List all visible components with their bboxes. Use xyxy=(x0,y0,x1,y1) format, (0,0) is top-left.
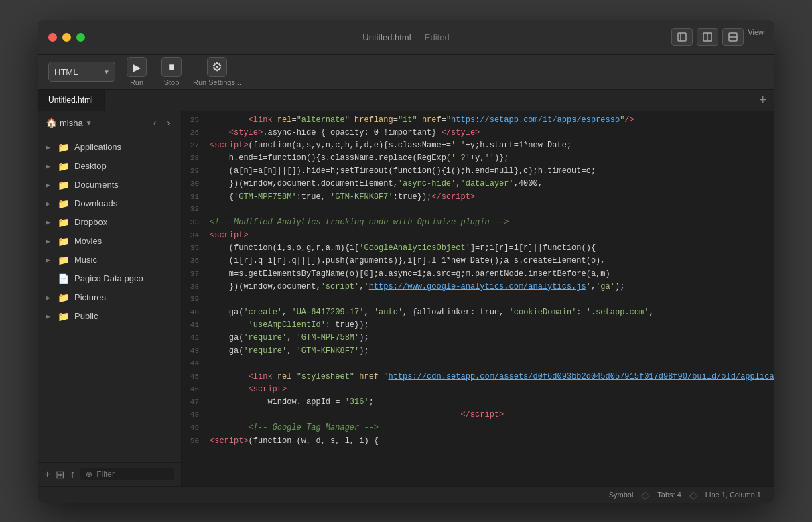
sidebar-forward-button[interactable]: › xyxy=(164,116,173,129)
code-line-32[interactable]: 32 xyxy=(182,204,774,216)
line-number: 33 xyxy=(182,217,210,229)
code-line-37[interactable]: 37 m=s.getElementsByTagName(o)[0];a.asyn… xyxy=(182,268,774,281)
view-editor-button[interactable] xyxy=(697,28,718,46)
sidebar-footer: + ⊞ ↑ ⊕ xyxy=(38,462,181,486)
folder-icon: 📁 xyxy=(57,291,69,304)
file-icon: 📄 xyxy=(57,273,69,285)
line-code[interactable]: <!-- Google Tag Manager --> xyxy=(210,421,392,434)
code-line-43[interactable]: 43 ga('require', 'GTM-KFNK8F7'); xyxy=(182,345,774,358)
filter-input[interactable] xyxy=(96,470,169,479)
line-code[interactable]: (function(i,s,o,g,r,a,m){i['GoogleAnalyt… xyxy=(210,242,609,255)
run-button[interactable]: ▶ Run xyxy=(123,57,150,86)
stop-icon: ■ xyxy=(161,57,182,77)
sidebar-item-documents[interactable]: ▶ 📁 Documents xyxy=(38,176,181,194)
folder-icon: 📁 xyxy=(57,160,69,172)
code-line-28[interactable]: 28 h.end=i=function(){s.className.replac… xyxy=(182,152,774,165)
add-folder-button[interactable]: ⊞ xyxy=(56,468,64,481)
sidebar-item-desktop[interactable]: ▶ 📁 Desktop xyxy=(38,157,181,176)
minimize-button[interactable] xyxy=(62,33,71,42)
code-line-33[interactable]: 33<!-- Modified Analytics tracking code … xyxy=(182,216,774,229)
line-number: 27 xyxy=(182,140,210,152)
line-number: 44 xyxy=(182,358,210,370)
status-tabs[interactable]: Tabs: 4 xyxy=(652,491,686,499)
line-code[interactable]: ga('require', 'GTM-KFNK8F7'); xyxy=(210,345,383,358)
code-line-30[interactable]: 30 })(window,document.documentElement,'a… xyxy=(182,178,774,190)
status-symbol[interactable]: Symbol xyxy=(604,491,639,499)
view-split-button[interactable] xyxy=(722,28,744,46)
sidebar-item-movies[interactable]: ▶ 📁 Movies xyxy=(38,232,181,251)
line-code[interactable]: (i[r].q=i[r].q||[]).push(arguments)},i[r… xyxy=(210,255,619,267)
sidebar-item-public[interactable]: ▶ 📁 Public xyxy=(38,307,181,326)
line-code[interactable]: <link rel="alternate" hreflang="it" href… xyxy=(210,114,648,127)
line-code[interactable]: <script>(function (w, d, s, l, i) { xyxy=(210,435,392,448)
code-line-44[interactable]: 44 xyxy=(182,358,774,371)
export-button[interactable]: ↑ xyxy=(70,468,75,480)
code-line-50[interactable]: 50<script>(function (w, d, s, l, i) { xyxy=(182,435,774,448)
line-number: 49 xyxy=(182,422,210,434)
close-button[interactable] xyxy=(48,33,57,42)
add-file-button[interactable]: + xyxy=(44,468,50,480)
stop-button[interactable]: ■ Stop xyxy=(158,57,185,86)
sidebar-header: 🏠 misha ▼ ‹ › xyxy=(38,111,181,135)
code-line-45[interactable]: 45 <link rel="stylesheet" href="https://… xyxy=(182,371,774,383)
line-code[interactable]: <script> xyxy=(210,383,300,396)
line-code[interactable]: <!-- Modified Analytics tracking code wi… xyxy=(210,216,522,229)
line-code[interactable]: {'GTM-MPF758M':true, 'GTM-KFNK8F7':true}… xyxy=(210,191,488,204)
code-line-48[interactable]: 48 </script> xyxy=(182,409,774,421)
sidebar-item-dropbox[interactable]: ▶ 📁 Dropbox xyxy=(38,213,181,232)
line-code[interactable]: window._appId = '316'; xyxy=(210,396,387,409)
code-line-36[interactable]: 36 (i[r].q=i[r].q||[]).push(arguments)},… xyxy=(182,255,774,267)
view-sidebar-button[interactable] xyxy=(671,28,693,46)
line-code[interactable]: 'useAmpClientId': true}); xyxy=(210,319,383,332)
status-right: Symbol ◇ Tabs: 4 ◇ Line 1, Column 1 xyxy=(604,488,766,501)
run-settings-button[interactable]: ⚙ Run Settings... xyxy=(193,57,241,86)
language-selector[interactable]: HTML CSS JavaScript PHP ▼ xyxy=(48,62,115,82)
line-code[interactable]: })(window,document.documentElement,'asyn… xyxy=(210,178,556,190)
code-line-42[interactable]: 42 ga('require', 'GTM-MPF758M'); xyxy=(182,332,774,344)
main-window: Untitled.html — Edited View HTML CSS Jav… xyxy=(38,20,774,503)
sidebar-item-label: Movies xyxy=(74,236,102,246)
line-code[interactable]: <link rel="stylesheet" href="https://cdn… xyxy=(210,371,774,383)
sidebar-item-music[interactable]: ▶ 📁 Music xyxy=(38,251,181,269)
editor-content[interactable]: 25 <link rel="alternate" hreflang="it" h… xyxy=(182,111,774,486)
code-line-25[interactable]: 25 <link rel="alternate" hreflang="it" h… xyxy=(182,114,774,127)
language-dropdown[interactable]: HTML CSS JavaScript PHP xyxy=(48,62,115,82)
code-line-41[interactable]: 41 'useAmpClientId': true}); xyxy=(182,319,774,332)
code-line-49[interactable]: 49 <!-- Google Tag Manager --> xyxy=(182,421,774,434)
line-code[interactable]: ga('create', 'UA-6417209-17', 'auto', {a… xyxy=(210,306,667,319)
code-line-47[interactable]: 47 window._appId = '316'; xyxy=(182,396,774,409)
code-line-46[interactable]: 46 <script> xyxy=(182,383,774,396)
line-code[interactable]: ga('require', 'GTM-MPF758M'); xyxy=(210,332,383,344)
folder-icon: 📁 xyxy=(57,179,69,191)
editor[interactable]: 25 <link rel="alternate" hreflang="it" h… xyxy=(182,111,774,486)
code-line-29[interactable]: 29 (a[n]=a[n]||[]).hide=h;setTimeout(fun… xyxy=(182,165,774,178)
code-line-40[interactable]: 40 ga('create', 'UA-6417209-17', 'auto',… xyxy=(182,306,774,319)
code-line-26[interactable]: 26 <style>.async-hide { opacity: 0 !impo… xyxy=(182,127,774,139)
code-line-27[interactable]: 27<script>(function(a,s,y,n,c,h,i,d,e){s… xyxy=(182,139,774,152)
line-code[interactable]: <script> xyxy=(210,229,262,242)
code-line-31[interactable]: 31 {'GTM-MPF758M':true, 'GTM-KFNK8F7':tr… xyxy=(182,191,774,204)
code-line-35[interactable]: 35 (function(i,s,o,g,r,a,m){i['GoogleAna… xyxy=(182,242,774,255)
maximize-button[interactable] xyxy=(76,33,85,42)
code-line-38[interactable]: 38 })(window,document,'script','https://… xyxy=(182,281,774,293)
line-code[interactable]: <script>(function(a,s,y,n,c,h,i,d,e){s.c… xyxy=(210,139,585,152)
status-position[interactable]: Line 1, Column 1 xyxy=(700,491,766,499)
sidebar-item-downloads[interactable]: ▶ 📁 Downloads xyxy=(38,194,181,213)
line-code[interactable]: </script> xyxy=(210,409,517,421)
line-code[interactable]: })(window,document,'script','https://www… xyxy=(210,281,638,293)
sidebar-item-label: Downloads xyxy=(74,198,117,208)
code-line-34[interactable]: 34<script> xyxy=(182,229,774,242)
sidebar-item-pictures[interactable]: ▶ 📁 Pictures xyxy=(38,288,181,307)
tab-untitled-html[interactable]: Untitled.html xyxy=(38,90,105,111)
sidebar-user[interactable]: 🏠 misha ▼ xyxy=(46,117,92,128)
sidebar-item-pagico[interactable]: ▶ 📄 Pagico Data.pgco xyxy=(38,269,181,288)
line-number: 43 xyxy=(182,346,210,358)
add-tab-button[interactable]: + xyxy=(751,90,774,111)
line-code[interactable]: m=s.getElementsByTagName(o)[0];a.async=1… xyxy=(210,268,624,281)
line-code[interactable]: h.end=i=function(){s.className.replace(R… xyxy=(210,152,523,165)
line-code[interactable]: <style>.async-hide { opacity: 0 !importa… xyxy=(210,127,493,139)
code-line-39[interactable]: 39 xyxy=(182,293,774,306)
line-code[interactable]: (a[n]=a[n]||[]).hide=h;setTimeout(functi… xyxy=(210,165,609,178)
sidebar-item-applications[interactable]: ▶ 📁 Applications xyxy=(38,138,181,157)
sidebar-back-button[interactable]: ‹ xyxy=(151,116,159,129)
